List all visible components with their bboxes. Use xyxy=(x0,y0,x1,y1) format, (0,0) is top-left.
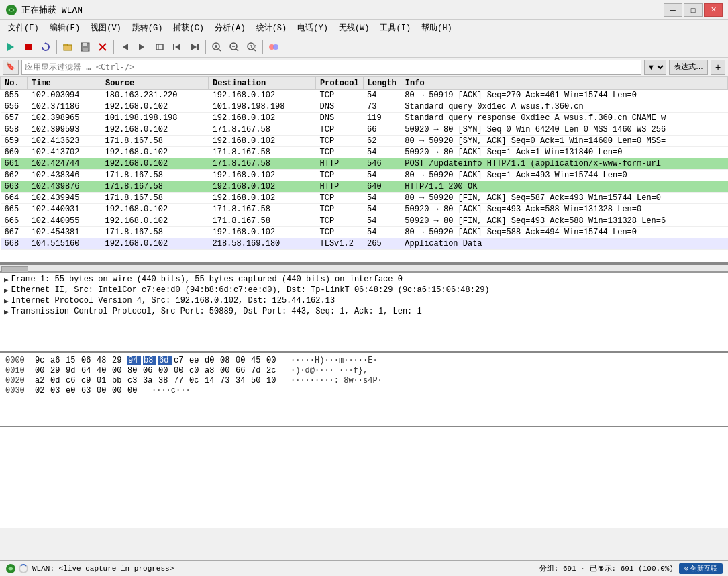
detail-row[interactable]: ▶Transmission Control Protocol, Src Port… xyxy=(1,306,727,317)
hex-byte[interactable]: 00 xyxy=(112,386,125,395)
hex-byte[interactable]: 02 xyxy=(35,386,48,395)
col-header-info[interactable]: Info xyxy=(401,77,727,90)
table-row[interactable]: 655102.003094180.163.231.220192.168.0.10… xyxy=(1,90,728,101)
back-button[interactable] xyxy=(117,39,133,55)
hex-byte[interactable]: c0 xyxy=(189,366,203,375)
table-row[interactable]: 663102.439876171.8.167.58192.168.0.102HT… xyxy=(1,181,728,193)
hex-byte[interactable]: 00 xyxy=(112,366,125,375)
hex-byte[interactable]: 94 xyxy=(127,356,141,365)
hex-byte[interactable]: a8 xyxy=(205,366,218,375)
detail-row[interactable]: ▶Frame 1: 55 bytes on wire (440 bits), 5… xyxy=(1,274,727,285)
hex-byte[interactable]: 01 xyxy=(97,376,110,385)
hex-byte[interactable]: a6 xyxy=(50,356,64,365)
table-row[interactable]: 661102.424744192.168.0.102171.8.167.58HT… xyxy=(1,158,728,170)
hex-byte[interactable]: 66 xyxy=(236,366,249,375)
hex-byte[interactable]: 08 xyxy=(220,356,233,365)
table-row[interactable]: 658102.399593192.168.0.102171.8.167.58TC… xyxy=(1,124,728,136)
table-row[interactable]: 666102.440055192.168.0.102171.8.167.58TC… xyxy=(1,215,728,227)
hex-byte[interactable]: 00 xyxy=(266,356,280,365)
save-button[interactable] xyxy=(77,39,93,55)
detail-row[interactable]: ▶Ethernet II, Src: IntelCor_c7:ee:d0 (94… xyxy=(1,285,727,295)
go-to-packet-button[interactable] xyxy=(152,39,168,55)
stop-capture-button[interactable] xyxy=(20,39,36,55)
hex-byte[interactable]: 00 xyxy=(158,366,172,375)
hex-byte[interactable]: a2 xyxy=(35,376,48,385)
hex-byte[interactable]: 38 xyxy=(158,376,172,385)
hex-byte[interactable]: 73 xyxy=(220,376,233,385)
hex-byte[interactable]: 50 xyxy=(251,376,264,385)
hex-byte[interactable]: 06 xyxy=(143,366,156,375)
menu-item-f[interactable]: 文件(F) xyxy=(3,21,44,35)
hex-byte[interactable]: 9c xyxy=(35,356,48,365)
hex-byte[interactable]: 03 xyxy=(50,386,64,395)
hex-byte[interactable]: c7 xyxy=(174,356,187,365)
restart-capture-button[interactable] xyxy=(38,39,54,55)
packet-list[interactable]: No. Time Source Destination Protocol Len… xyxy=(0,77,728,265)
hex-byte[interactable]: 00 xyxy=(236,356,249,365)
hex-byte[interactable]: bb xyxy=(112,376,125,385)
table-row[interactable]: 660102.413702192.168.0.102171.8.167.58TC… xyxy=(1,147,728,158)
hex-byte[interactable]: ee xyxy=(189,356,203,365)
go-to-last-button[interactable] xyxy=(187,39,203,55)
menu-item-s[interactable]: 统计(S) xyxy=(251,21,293,35)
hex-byte[interactable]: 9d xyxy=(66,366,79,375)
minimize-button[interactable]: ─ xyxy=(664,3,682,17)
hex-byte[interactable]: 80 xyxy=(127,366,141,375)
hex-pane[interactable]: 00009ca61506482994b86dc7eed008004500····… xyxy=(0,353,728,427)
hex-byte[interactable]: 29 xyxy=(50,366,64,375)
col-header-time[interactable]: Time xyxy=(28,77,101,90)
col-header-no[interactable]: No. xyxy=(1,77,28,90)
menu-item-v[interactable]: 视图(V) xyxy=(85,21,127,35)
detail-pane[interactable]: ▶Frame 1: 55 bytes on wire (440 bits), 5… xyxy=(0,273,728,353)
hex-byte[interactable]: 00 xyxy=(174,366,187,375)
col-header-length[interactable]: Length xyxy=(363,77,401,90)
hex-byte[interactable]: 00 xyxy=(97,386,110,395)
hex-byte[interactable]: 2c xyxy=(266,366,280,375)
detail-row[interactable]: ▶Internet Protocol Version 4, Src: 192.1… xyxy=(1,295,727,306)
hex-byte[interactable]: 34 xyxy=(236,376,249,385)
zoom-out-button[interactable] xyxy=(226,39,242,55)
expression-button[interactable]: 表达式… xyxy=(669,60,708,75)
table-row[interactable]: 662102.438346171.8.167.58192.168.0.102TC… xyxy=(1,170,728,181)
hex-byte[interactable]: b8 xyxy=(143,356,156,365)
col-header-protocol[interactable]: Protocol xyxy=(316,77,364,90)
hex-byte[interactable]: 3a xyxy=(143,376,156,385)
menu-item-i[interactable]: 工具(I) xyxy=(374,21,416,35)
menu-item-a[interactable]: 分析(A) xyxy=(209,21,251,35)
hex-byte[interactable]: 00 xyxy=(220,366,233,375)
hex-byte[interactable]: c9 xyxy=(81,376,95,385)
hex-byte[interactable]: c6 xyxy=(66,376,79,385)
table-row[interactable]: 667102.454381171.8.167.58192.168.0.102TC… xyxy=(1,227,728,238)
zoom-in-button[interactable] xyxy=(209,39,225,55)
hex-byte[interactable]: 00 xyxy=(127,386,141,395)
hex-byte[interactable]: 29 xyxy=(112,356,125,365)
menu-item-y[interactable]: 电话(Y) xyxy=(292,21,333,35)
h-scrollbar[interactable] xyxy=(0,265,728,273)
table-row[interactable]: 664102.439945171.8.167.58192.168.0.102TC… xyxy=(1,193,728,204)
hex-byte[interactable]: 0d xyxy=(50,376,64,385)
col-header-destination[interactable]: Destination xyxy=(209,77,316,90)
hex-byte[interactable]: 00 xyxy=(35,366,48,375)
hex-byte[interactable]: 7d xyxy=(251,366,264,375)
hex-byte[interactable]: d0 xyxy=(205,356,218,365)
maximize-button[interactable]: □ xyxy=(684,3,703,17)
close-file-button[interactable] xyxy=(95,39,111,55)
hex-byte[interactable]: 10 xyxy=(266,376,280,385)
hex-byte[interactable]: e0 xyxy=(66,386,79,395)
filter-dropdown[interactable]: ▼ xyxy=(644,60,666,75)
table-row[interactable]: 668104.515160192.168.0.102218.58.169.180… xyxy=(1,238,728,250)
col-header-source[interactable]: Source xyxy=(101,77,209,90)
close-button[interactable]: ✕ xyxy=(704,3,723,17)
hex-byte[interactable]: 6d xyxy=(158,356,172,365)
zoom-reset-button[interactable]: 1:1 xyxy=(244,39,260,55)
start-capture-button[interactable] xyxy=(3,39,19,55)
table-row[interactable]: 659102.413623171.8.167.58192.168.0.102TC… xyxy=(1,136,728,147)
hex-byte[interactable]: c3 xyxy=(127,376,141,385)
filter-input[interactable] xyxy=(21,60,641,75)
hex-byte[interactable]: 64 xyxy=(81,366,95,375)
table-row[interactable]: 656102.371186192.168.0.102101.198.198.19… xyxy=(1,101,728,113)
menu-item-c[interactable]: 捕获(C) xyxy=(168,21,209,35)
hex-byte[interactable]: 0c xyxy=(189,376,203,385)
hex-byte[interactable]: 45 xyxy=(251,356,264,365)
hex-byte[interactable]: 63 xyxy=(81,386,95,395)
